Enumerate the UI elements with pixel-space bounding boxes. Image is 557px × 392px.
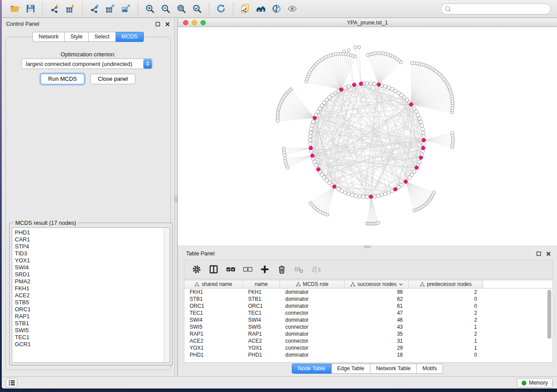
float-table-panel-icon[interactable] [536, 251, 541, 256]
status-bar: Memory [2, 376, 557, 389]
table-tab-node-table[interactable]: Node Table [292, 364, 332, 374]
close-table-panel-icon[interactable] [546, 251, 551, 256]
vertical-splitter[interactable] [174, 18, 178, 376]
table-row[interactable]: TEC1TEC1connector472 [184, 309, 553, 316]
cell-shared-name: STB1 [184, 296, 243, 303]
zoom-in-button[interactable] [143, 2, 156, 15]
gear-button[interactable] [192, 265, 201, 274]
table-row[interactable]: SWI5SWI5connector431 [184, 323, 553, 330]
tab-mcds[interactable]: MCDS [116, 32, 144, 42]
network-view[interactable] [178, 27, 557, 245]
refresh-button[interactable] [214, 2, 228, 15]
table-row[interactable]: ACE2ACE2connector311 [184, 337, 553, 344]
export-image-button[interactable] [119, 2, 132, 15]
clone-network-button[interactable] [239, 2, 252, 15]
result-node[interactable]: STB5 [15, 299, 170, 306]
export-table-button[interactable] [104, 2, 117, 15]
save-button[interactable] [24, 2, 37, 15]
tab-network[interactable]: Network [32, 32, 65, 42]
result-node[interactable]: YOX1 [15, 257, 170, 264]
split-columns-button[interactable] [209, 265, 218, 274]
result-node[interactable]: STP4 [15, 243, 170, 250]
mcds-result-listbox[interactable]: PHD1CAR1STP4TID3YOX1SWI4SRD1PMA2FKH1ACE2… [12, 227, 170, 363]
open-folder-button[interactable] [8, 2, 21, 15]
optimization-value: largest connected component (undirected) [22, 61, 143, 67]
table-row[interactable]: ORC1ORC1dominator610 [184, 303, 553, 309]
float-panel-icon[interactable] [155, 21, 160, 27]
horizontal-splitter-handle[interactable] [364, 246, 371, 248]
node-table[interactable]: shared namenameMCDS rolesuccessor nodesp… [184, 280, 553, 363]
result-node[interactable]: ACE2 [15, 292, 170, 299]
cell-predecessor-nodes: 2 [409, 289, 483, 296]
result-node[interactable]: SWI5 [15, 327, 170, 334]
tab-select[interactable]: Select [89, 32, 116, 42]
result-node[interactable]: RAP1 [15, 313, 170, 320]
import-network-button[interactable] [48, 2, 61, 15]
result-node[interactable]: STB1 [15, 320, 170, 327]
result-scrollbar[interactable] [164, 228, 170, 362]
column-header-shared-name[interactable]: shared name [184, 280, 243, 288]
result-node[interactable]: ORC1 [15, 306, 170, 313]
table-row[interactable]: PHD1PHD1dominator180 [184, 351, 553, 358]
cell-predecessor-nodes: 0 [409, 303, 483, 309]
cell-predecessor-nodes: 1 [409, 323, 483, 330]
cytoscape-window: Control Panel NetworkStyleSelectMCDS Opt… [2, 0, 557, 389]
column-header-name[interactable]: name [243, 280, 280, 288]
close-panel-icon[interactable] [165, 21, 170, 27]
result-node[interactable]: SRD1 [15, 271, 170, 278]
cell-name: SWI4 [243, 316, 280, 323]
table-row[interactable]: STB1STB1dominator620 [184, 296, 553, 303]
hide-annotations-button[interactable] [270, 2, 283, 15]
vertical-splitter-handle[interactable] [175, 196, 177, 203]
table-tab-edge-table[interactable]: Edge Table [332, 364, 370, 374]
zoom-out-button[interactable] [159, 2, 172, 15]
result-node[interactable]: TEC1 [15, 334, 170, 341]
search-input[interactable] [453, 4, 550, 13]
select-checks-button[interactable] [226, 265, 235, 274]
result-node[interactable]: PMA2 [15, 278, 170, 285]
home-networks-button[interactable] [254, 2, 267, 15]
table-scrollbar[interactable] [547, 289, 552, 361]
toolbar-separator [209, 3, 209, 15]
run-mcds-button[interactable]: Run MCDS [41, 74, 84, 84]
result-node[interactable]: SWI4 [15, 264, 170, 271]
tab-style[interactable]: Style [65, 32, 89, 42]
column-header-predecessor-nodes[interactable]: predecessor nodes [409, 280, 483, 288]
table-row[interactable]: YOX1YOX1connector291 [184, 344, 553, 351]
table-scrollbar-thumb[interactable] [547, 290, 551, 339]
import-table-button[interactable] [64, 2, 77, 15]
result-node[interactable]: FKH1 [15, 285, 170, 292]
horizontal-splitter[interactable] [178, 245, 557, 248]
clear-checks-icon [243, 265, 253, 274]
table-tab-motifs[interactable]: Motifs [417, 364, 443, 374]
table-tab-network-table[interactable]: Network Table [370, 364, 417, 374]
export-network-button[interactable] [88, 2, 101, 15]
cell-successor-nodes: 43 [345, 323, 409, 330]
result-node[interactable]: CAR1 [15, 236, 170, 243]
delete-button[interactable] [277, 265, 287, 274]
delete-icon [277, 265, 287, 274]
table-row[interactable]: RAP1RAP1dominator352 [184, 330, 553, 337]
main-toolbar [2, 0, 557, 18]
memory-button[interactable]: Memory [517, 378, 553, 388]
zoom-fit-button[interactable] [175, 2, 188, 15]
result-node[interactable]: TID3 [15, 250, 170, 257]
show-panels-button[interactable] [6, 378, 17, 388]
table-row[interactable]: SWI4SWI4dominator462 [184, 316, 553, 323]
close-panel-button[interactable]: Close panel [90, 74, 135, 84]
clear-checks-button[interactable] [243, 265, 253, 274]
table-row[interactable]: FKH1FKH1dominator962 [184, 289, 553, 296]
export-image-icon [121, 3, 131, 14]
cell-shared-name: RAP1 [184, 330, 243, 337]
optimization-dropdown[interactable]: largest connected component (undirected) [21, 58, 153, 69]
zoom-selected-button[interactable] [190, 2, 204, 15]
result-node[interactable]: PHD1 [15, 229, 170, 236]
save-icon [25, 3, 36, 14]
show-annotations-button[interactable] [286, 2, 299, 15]
result-node[interactable]: GCR1 [15, 341, 170, 348]
column-header-successor-nodes[interactable]: successor nodes [345, 280, 409, 288]
cell-name: TEC1 [243, 309, 280, 316]
dropdown-stepper-icon [143, 59, 152, 69]
column-header-MCDS-role[interactable]: MCDS role [280, 280, 345, 288]
add-button[interactable] [260, 265, 270, 274]
